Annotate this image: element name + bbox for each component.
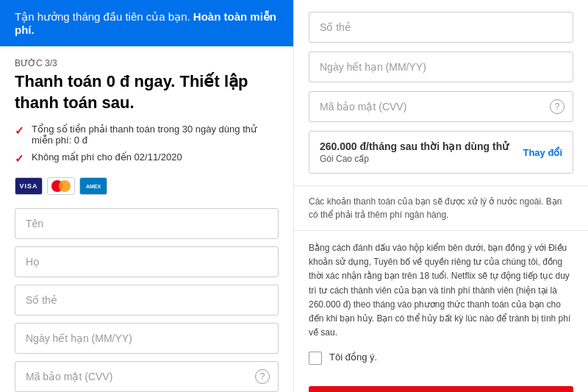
right-cvv-input[interactable] — [309, 91, 573, 122]
left-cvv-help-icon[interactable]: ? — [255, 369, 270, 384]
promo-banner: Tận hưởng tháng đầu tiên của bạn. Hoàn t… — [0, 0, 293, 46]
activate-btn-wrapper: KÍCH HOẠT TƯ CÁCH THÀNH VIÊN — [294, 376, 588, 392]
right-expiry-input[interactable] — [309, 51, 573, 82]
checklist-item-2: ✓ Không mất phí cho đến 02/11/2020 — [15, 152, 279, 165]
first-name-input[interactable] — [15, 208, 279, 239]
left-panel: Tận hưởng tháng đầu tiên của bạn. Hoàn t… — [0, 0, 294, 392]
last-name-group — [15, 246, 279, 277]
agree-row: Tôi đồng ý. — [309, 350, 573, 366]
right-card-number-group — [309, 12, 573, 43]
checklist-item-1: ✓ Tổng số tiền phải thanh toán trong 30 … — [15, 124, 279, 146]
activate-button[interactable]: KÍCH HOẠT TƯ CÁCH THÀNH VIÊN — [309, 386, 573, 392]
pricing-info: 260.000 đ/tháng sau thời hạn dùng thử Gó… — [320, 140, 509, 164]
left-card-number-group — [15, 285, 279, 316]
main-heading: Thanh toán 0 đ ngay. Thiết lập thanh toá… — [15, 71, 279, 113]
pricing-box: 260.000 đ/tháng sau thời hạn dùng thử Gó… — [309, 131, 573, 174]
checklist: ✓ Tổng số tiền phải thanh toán trong 30 … — [15, 124, 279, 165]
left-content: BƯỚC 3/3 Thanh toán 0 đ ngay. Thiết lập … — [0, 46, 293, 392]
notice-text: Các khoản thanh toán của bạn sẽ được xử … — [294, 186, 588, 231]
agree-checkbox[interactable] — [309, 352, 322, 365]
right-expiry-group — [309, 51, 573, 82]
checklist-text-1: Tổng số tiền phải thanh toán trong 30 ng… — [32, 124, 279, 146]
visa-logo: VISA — [15, 177, 43, 195]
step-label: BƯỚC 3/3 — [15, 58, 279, 68]
left-expiry-input[interactable] — [15, 323, 279, 354]
right-cvv-help-icon[interactable]: ? — [550, 99, 564, 114]
left-cvv-group: ? — [15, 361, 279, 392]
check-icon-1: ✓ — [15, 124, 24, 138]
left-expiry-group — [15, 323, 279, 354]
right-cvv-group: ? — [309, 91, 573, 122]
last-name-input[interactable] — [15, 246, 279, 277]
left-card-number-input[interactable] — [15, 285, 279, 316]
right-top-form: ? 260.000 đ/tháng sau thời hạn dùng thử … — [294, 0, 588, 186]
right-panel: ? 260.000 đ/tháng sau thời hạn dùng thử … — [294, 0, 588, 392]
banner-text: Tận hưởng tháng đầu tiên của bạn. — [15, 10, 193, 23]
pricing-plan: Gói Cao cấp — [320, 154, 509, 164]
agree-label: Tôi đồng ý. — [329, 350, 377, 366]
right-card-number-input[interactable] — [309, 12, 573, 43]
amex-logo: AMEX — [79, 177, 107, 195]
left-cvv-input[interactable] — [15, 361, 279, 392]
checklist-text-2: Không mất phí cho đến 02/11/2020 — [32, 152, 182, 163]
card-logos: VISA AMEX — [15, 177, 279, 195]
first-name-group — [15, 208, 279, 239]
terms-section: Bằng cách đánh dấu vào hộp kiểm bên dưới… — [294, 231, 588, 376]
pricing-amount: 260.000 đ/tháng sau thời hạn dùng thử — [320, 140, 509, 152]
change-plan-link[interactable]: Thay đổi — [523, 147, 562, 158]
check-icon-2: ✓ — [15, 152, 24, 165]
mastercard-logo — [47, 177, 75, 195]
terms-text: Bằng cách đánh dấu vào hộp kiểm bên dưới… — [309, 243, 570, 338]
